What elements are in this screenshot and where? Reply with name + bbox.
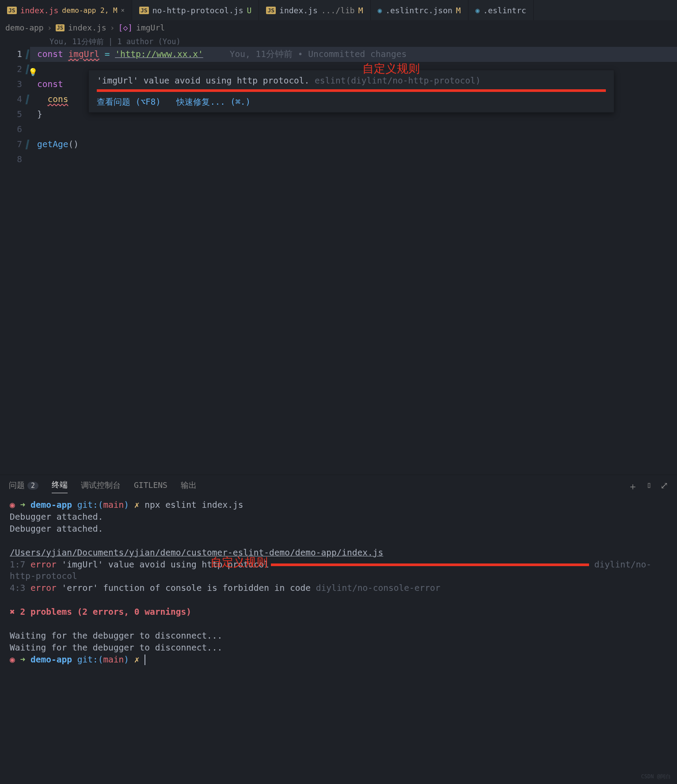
prompt-arrow-icon: ➜ xyxy=(20,655,26,665)
punctuation: () xyxy=(68,139,78,149)
split-terminal-icon[interactable]: ▯ xyxy=(647,480,651,493)
identifier: cons xyxy=(47,94,68,104)
keyword: const xyxy=(37,49,63,59)
js-icon: JS xyxy=(266,7,276,14)
watermark: CSDN @阿白 xyxy=(641,773,671,780)
string: 'http://www.xx.x' xyxy=(115,49,203,59)
line-number[interactable]: 6 xyxy=(0,122,30,137)
line-number[interactable]: 8 xyxy=(0,152,30,167)
tab-status: U xyxy=(247,6,252,15)
git-blame-header: You, 11分钟前 | 1 author (You) xyxy=(0,37,677,47)
code-line[interactable]: const imgUrl = 'http://www.xx.x'You, 11分… xyxy=(30,47,677,62)
line-number[interactable]: 3 xyxy=(0,77,30,92)
tab-output[interactable]: 输出 xyxy=(181,480,197,493)
js-icon: JS xyxy=(56,24,65,31)
tab-badge: demo-app 2, M xyxy=(62,6,117,15)
json-icon: ◉ xyxy=(378,6,382,15)
js-icon: JS xyxy=(7,7,17,14)
gutter: 1 2 3 4 5 6 7 8 xyxy=(0,47,30,167)
code-lens: You, 11分钟前 • Uncommitted changes xyxy=(230,49,407,59)
line-number[interactable]: 2 xyxy=(0,62,30,77)
hover-message: 'imgUrl' value avoid using http protocol… xyxy=(97,76,606,86)
maximize-panel-icon[interactable]: ⤢ xyxy=(660,480,668,493)
crumb-file[interactable]: index.js xyxy=(68,23,106,32)
terminal[interactable]: 自定义规则 ◉ ➜ demo-app git:(main) ✗ npx esli… xyxy=(0,495,677,670)
prompt-dir: demo-app xyxy=(30,655,72,665)
symbol-icon: [◇] xyxy=(118,23,133,32)
tab-name: .eslintrc xyxy=(483,6,526,15)
keyword: const xyxy=(37,79,63,89)
prompt-dir: demo-app xyxy=(30,500,72,510)
eslint-summary: ✖ 2 problems (2 errors, 0 warnings) xyxy=(10,606,667,618)
eslint-error-row: 1:7 error 'imgUrl' value avoid using htt… xyxy=(10,559,667,583)
quick-fix-link[interactable]: 快速修复... (⌘.) xyxy=(176,97,251,107)
hover-tooltip: 'imgUrl' value avoid using http protocol… xyxy=(88,70,614,113)
terminal-path[interactable]: /Users/yjian/Documents/yjian/demo/custom… xyxy=(10,547,667,559)
annotation-label: 自定义规则 xyxy=(362,61,420,76)
annotation-underline xyxy=(271,563,589,566)
variable: imgUrl xyxy=(68,49,99,59)
crumb-symbol[interactable]: imgUrl xyxy=(136,23,165,32)
json-icon: ◉ xyxy=(475,6,480,15)
code-line[interactable]: getAge() xyxy=(30,137,677,152)
function: getAge xyxy=(37,139,68,149)
punctuation: } xyxy=(37,109,42,119)
chevron-right-icon: › xyxy=(110,23,115,32)
tab-terminal[interactable]: 终端 xyxy=(52,480,68,493)
tab-index-lib[interactable]: JS index.js .../lib M xyxy=(259,0,370,20)
tab-eslintrc[interactable]: ◉ .eslintrc xyxy=(468,0,534,20)
terminal-output: Waiting for the debugger to disconnect..… xyxy=(10,642,667,654)
tab-badge: .../lib xyxy=(321,6,355,15)
operator: = xyxy=(105,49,110,59)
eslint-error-row: 4:3 error 'error' function of console is… xyxy=(10,582,667,594)
tab-status: M xyxy=(456,6,461,15)
terminal-command: npx eslint index.js xyxy=(145,500,243,510)
tab-name: no-http-protocol.js xyxy=(152,6,243,15)
terminal-output: Waiting for the debugger to disconnect..… xyxy=(10,630,667,642)
line-number[interactable]: 4 xyxy=(0,92,30,107)
line-number[interactable]: 1 xyxy=(0,47,30,62)
problems-count: 2 xyxy=(27,482,38,490)
view-problem-link[interactable]: 查看问题 (⌥F8) xyxy=(97,97,161,107)
chevron-right-icon: › xyxy=(47,23,52,32)
tab-name: index.js xyxy=(20,6,59,15)
tab-problems[interactable]: 问题2 xyxy=(9,480,38,493)
terminal-cursor[interactable] xyxy=(145,655,145,665)
tab-name: index.js xyxy=(279,6,318,15)
terminal-output: Debugger attached. xyxy=(10,511,667,523)
hover-source: eslint(diylint/no-http-protocol) xyxy=(315,76,481,86)
annotation-label: 自定义规则 xyxy=(210,555,268,571)
terminal-output: Debugger attached. xyxy=(10,523,667,535)
tab-name: .eslintrc.json xyxy=(385,6,453,15)
tab-status: M xyxy=(358,6,363,15)
tab-index-js[interactable]: JS index.js demo-app 2, M × xyxy=(0,0,132,20)
prompt-arrow-icon: ➜ xyxy=(20,500,26,510)
code-line[interactable] xyxy=(30,122,677,137)
bottom-panel: 问题2 终端 调试控制台 GITLENS 输出 ＋ ▯ ⤢ 自定义规则 ◉ ➜ … xyxy=(0,475,677,784)
tab-eslintrc-json[interactable]: ◉ .eslintrc.json M xyxy=(371,0,468,20)
crumb-folder[interactable]: demo-app xyxy=(5,23,44,32)
tab-gitlens[interactable]: GITLENS xyxy=(134,480,167,492)
breadcrumb[interactable]: demo-app › JS index.js › [◇] imgUrl xyxy=(0,20,677,35)
code-line[interactable] xyxy=(30,152,677,167)
tab-no-http[interactable]: JS no-http-protocol.js U xyxy=(132,0,259,20)
annotation-underline xyxy=(97,89,606,92)
tabs-bar: JS index.js demo-app 2, M × JS no-http-p… xyxy=(0,0,677,20)
panel-tabs: 问题2 终端 调试控制台 GITLENS 输出 ＋ ▯ ⤢ xyxy=(0,475,677,495)
js-icon: JS xyxy=(139,7,149,14)
new-terminal-icon[interactable]: ＋ xyxy=(628,480,638,493)
close-icon[interactable]: × xyxy=(121,7,125,14)
line-number[interactable]: 5 xyxy=(0,107,30,122)
tab-debug-console[interactable]: 调试控制台 xyxy=(81,480,121,493)
line-number[interactable]: 7 xyxy=(0,137,30,152)
